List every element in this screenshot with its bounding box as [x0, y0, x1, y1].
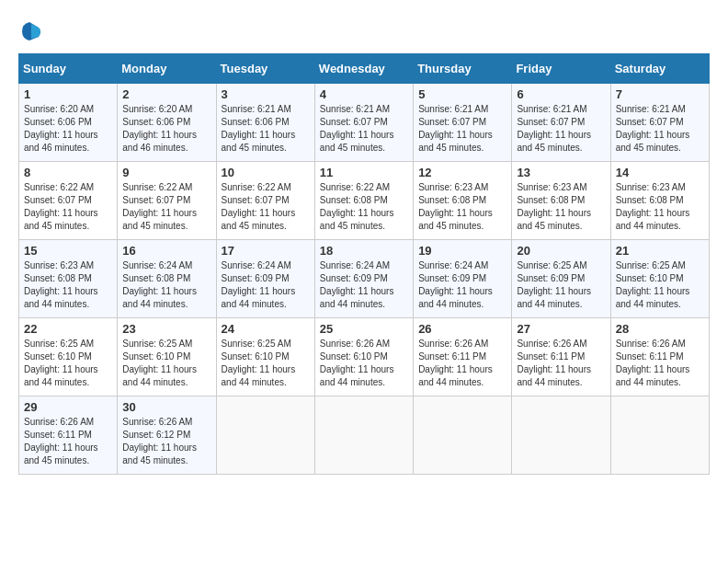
calendar-day: 26Sunrise: 6:26 AMSunset: 6:11 PMDayligh…	[414, 318, 512, 396]
day-number: 23	[122, 322, 210, 336]
calendar-day: 7Sunrise: 6:21 AMSunset: 6:07 PMDaylight…	[610, 84, 709, 162]
day-info: Sunrise: 6:23 AMSunset: 6:08 PMDaylight:…	[418, 181, 506, 233]
day-number: 7	[616, 87, 704, 101]
day-number: 9	[122, 166, 210, 179]
day-info: Sunrise: 6:22 AMSunset: 6:07 PMDaylight:…	[222, 181, 310, 233]
day-info: Sunrise: 6:21 AMSunset: 6:06 PMDaylight:…	[222, 103, 310, 155]
header-cell-thursday: Thursday	[414, 54, 512, 84]
day-info: Sunrise: 6:20 AMSunset: 6:06 PMDaylight:…	[122, 103, 210, 155]
day-number: 14	[616, 166, 704, 179]
day-number: 19	[418, 244, 506, 258]
day-number: 24	[222, 322, 310, 336]
calendar-day: 9Sunrise: 6:22 AMSunset: 6:07 PMDaylight…	[118, 162, 216, 240]
calendar-day: 12Sunrise: 6:23 AMSunset: 6:08 PMDayligh…	[414, 162, 512, 240]
logo	[18, 18, 48, 44]
calendar-day: 18Sunrise: 6:24 AMSunset: 6:09 PMDayligh…	[314, 240, 413, 318]
calendar-day: 30Sunrise: 6:26 AMSunset: 6:12 PMDayligh…	[118, 396, 216, 475]
header-cell-sunday: Sunday	[19, 54, 118, 84]
day-number: 26	[418, 322, 506, 336]
calendar-day: 4Sunrise: 6:21 AMSunset: 6:07 PMDaylight…	[314, 84, 413, 162]
day-info: Sunrise: 6:23 AMSunset: 6:08 PMDaylight:…	[517, 181, 605, 233]
day-number: 22	[24, 322, 112, 336]
day-info: Sunrise: 6:26 AMSunset: 6:11 PMDaylight:…	[24, 416, 112, 467]
calendar-day: 14Sunrise: 6:23 AMSunset: 6:08 PMDayligh…	[610, 162, 709, 240]
day-info: Sunrise: 6:26 AMSunset: 6:11 PMDaylight:…	[418, 338, 506, 389]
day-number: 25	[320, 322, 408, 336]
day-number: 12	[418, 166, 506, 179]
day-info: Sunrise: 6:25 AMSunset: 6:10 PMDaylight:…	[122, 338, 210, 389]
calendar-day: 15Sunrise: 6:23 AMSunset: 6:08 PMDayligh…	[19, 240, 118, 318]
calendar-day: 25Sunrise: 6:26 AMSunset: 6:10 PMDayligh…	[314, 318, 413, 396]
day-number: 4	[320, 87, 408, 101]
calendar-day	[414, 396, 512, 475]
day-info: Sunrise: 6:22 AMSunset: 6:08 PMDaylight:…	[320, 181, 408, 233]
day-number: 30	[122, 400, 210, 414]
day-info: Sunrise: 6:20 AMSunset: 6:06 PMDaylight:…	[24, 103, 112, 155]
day-number: 6	[517, 87, 605, 101]
day-number: 27	[517, 322, 605, 336]
calendar-day: 27Sunrise: 6:26 AMSunset: 6:11 PMDayligh…	[512, 318, 610, 396]
day-number: 11	[320, 166, 408, 179]
week-row-4: 22Sunrise: 6:25 AMSunset: 6:10 PMDayligh…	[19, 318, 710, 396]
header-cell-monday: Monday	[118, 54, 216, 84]
day-info: Sunrise: 6:21 AMSunset: 6:07 PMDaylight:…	[320, 103, 408, 155]
calendar-table: SundayMondayTuesdayWednesdayThursdayFrid…	[18, 53, 710, 475]
week-row-2: 8Sunrise: 6:22 AMSunset: 6:07 PMDaylight…	[19, 162, 710, 240]
calendar-day: 8Sunrise: 6:22 AMSunset: 6:07 PMDaylight…	[19, 162, 118, 240]
calendar-day: 6Sunrise: 6:21 AMSunset: 6:07 PMDaylight…	[512, 84, 610, 162]
day-number: 3	[222, 87, 310, 101]
logo-icon	[18, 18, 44, 44]
day-info: Sunrise: 6:25 AMSunset: 6:10 PMDaylight:…	[24, 338, 112, 389]
day-info: Sunrise: 6:25 AMSunset: 6:10 PMDaylight:…	[222, 338, 310, 389]
calendar-day: 2Sunrise: 6:20 AMSunset: 6:06 PMDaylight…	[118, 84, 216, 162]
day-number: 21	[616, 244, 704, 258]
calendar-day: 16Sunrise: 6:24 AMSunset: 6:08 PMDayligh…	[118, 240, 216, 318]
calendar-day	[512, 396, 610, 475]
header-cell-friday: Friday	[512, 54, 610, 84]
day-info: Sunrise: 6:22 AMSunset: 6:07 PMDaylight:…	[122, 181, 210, 233]
calendar-day: 24Sunrise: 6:25 AMSunset: 6:10 PMDayligh…	[216, 318, 314, 396]
day-number: 16	[122, 244, 210, 258]
calendar-body: 1Sunrise: 6:20 AMSunset: 6:06 PMDaylight…	[19, 84, 710, 475]
day-number: 5	[418, 87, 506, 101]
calendar-day: 23Sunrise: 6:25 AMSunset: 6:10 PMDayligh…	[118, 318, 216, 396]
calendar-header: SundayMondayTuesdayWednesdayThursdayFrid…	[19, 54, 710, 84]
day-number: 15	[24, 244, 112, 258]
day-info: Sunrise: 6:26 AMSunset: 6:11 PMDaylight:…	[616, 338, 704, 389]
day-info: Sunrise: 6:25 AMSunset: 6:09 PMDaylight:…	[517, 259, 605, 311]
day-info: Sunrise: 6:24 AMSunset: 6:08 PMDaylight:…	[122, 259, 210, 311]
day-number: 29	[24, 400, 112, 414]
calendar-day: 3Sunrise: 6:21 AMSunset: 6:06 PMDaylight…	[216, 84, 314, 162]
header-cell-tuesday: Tuesday	[216, 54, 314, 84]
day-info: Sunrise: 6:24 AMSunset: 6:09 PMDaylight:…	[418, 259, 506, 311]
calendar-day: 20Sunrise: 6:25 AMSunset: 6:09 PMDayligh…	[512, 240, 610, 318]
calendar-day: 10Sunrise: 6:22 AMSunset: 6:07 PMDayligh…	[216, 162, 314, 240]
calendar-day: 22Sunrise: 6:25 AMSunset: 6:10 PMDayligh…	[19, 318, 118, 396]
calendar-day: 5Sunrise: 6:21 AMSunset: 6:07 PMDaylight…	[414, 84, 512, 162]
calendar-day: 13Sunrise: 6:23 AMSunset: 6:08 PMDayligh…	[512, 162, 610, 240]
calendar-day	[610, 396, 709, 475]
calendar-day: 19Sunrise: 6:24 AMSunset: 6:09 PMDayligh…	[414, 240, 512, 318]
calendar-day	[314, 396, 413, 475]
day-info: Sunrise: 6:23 AMSunset: 6:08 PMDaylight:…	[24, 259, 112, 311]
calendar-day	[216, 396, 314, 475]
calendar-day: 29Sunrise: 6:26 AMSunset: 6:11 PMDayligh…	[19, 396, 118, 475]
header-row: SundayMondayTuesdayWednesdayThursdayFrid…	[19, 54, 710, 84]
day-info: Sunrise: 6:26 AMSunset: 6:10 PMDaylight:…	[320, 338, 408, 389]
day-info: Sunrise: 6:23 AMSunset: 6:08 PMDaylight:…	[616, 181, 704, 233]
header-cell-wednesday: Wednesday	[314, 54, 413, 84]
day-number: 28	[616, 322, 704, 336]
day-number: 13	[517, 166, 605, 179]
day-info: Sunrise: 6:21 AMSunset: 6:07 PMDaylight:…	[517, 103, 605, 155]
day-number: 10	[222, 166, 310, 179]
header-cell-saturday: Saturday	[610, 54, 709, 84]
day-number: 17	[222, 244, 310, 258]
calendar-day: 11Sunrise: 6:22 AMSunset: 6:08 PMDayligh…	[314, 162, 413, 240]
day-info: Sunrise: 6:26 AMSunset: 6:11 PMDaylight:…	[517, 338, 605, 389]
day-info: Sunrise: 6:26 AMSunset: 6:12 PMDaylight:…	[122, 416, 210, 467]
calendar-day: 28Sunrise: 6:26 AMSunset: 6:11 PMDayligh…	[610, 318, 709, 396]
day-info: Sunrise: 6:21 AMSunset: 6:07 PMDaylight:…	[418, 103, 506, 155]
day-number: 2	[122, 87, 210, 101]
day-info: Sunrise: 6:21 AMSunset: 6:07 PMDaylight:…	[616, 103, 704, 155]
day-info: Sunrise: 6:22 AMSunset: 6:07 PMDaylight:…	[24, 181, 112, 233]
